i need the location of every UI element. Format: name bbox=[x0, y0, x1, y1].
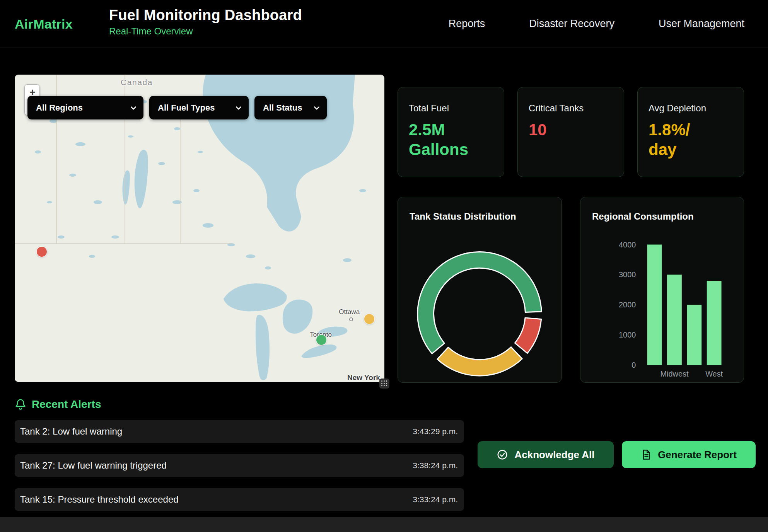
main-nav: Reports Disaster Recovery User Managemen… bbox=[449, 0, 744, 48]
nav-user-management[interactable]: User Management bbox=[659, 18, 744, 30]
regional-consumption-card: Regional Consumption 01000200030004000Mi… bbox=[580, 197, 744, 383]
alerts-title: Recent Alerts bbox=[32, 398, 101, 411]
generate-report-button[interactable]: Generate Report bbox=[622, 441, 756, 468]
map-filter-bar: All Regions All Fuel Types All Status bbox=[27, 96, 327, 119]
svg-text:0: 0 bbox=[631, 361, 636, 369]
fuel-map[interactable]: Canada Ottawa Toronto New York + − All R… bbox=[15, 75, 384, 382]
chart-title: Tank Status Distribution bbox=[410, 211, 516, 222]
nav-disaster-recovery[interactable]: Disaster Recovery bbox=[529, 18, 614, 30]
grid-dots-icon bbox=[381, 380, 387, 387]
acknowledge-all-label: Acknowledge All bbox=[514, 449, 594, 461]
alert-row[interactable]: Tank 2: Low fuel warning 3:43:29 p.m. bbox=[15, 420, 464, 443]
footer-strip bbox=[0, 517, 768, 532]
chevron-down-icon bbox=[130, 104, 137, 112]
stat-value-line: Gallons bbox=[409, 140, 493, 159]
alert-timestamp: 3:43:29 p.m. bbox=[413, 427, 458, 436]
stat-value: 1.8%/ day bbox=[649, 120, 733, 159]
tank-status-card: Tank Status Distribution bbox=[398, 197, 562, 383]
nav-reports[interactable]: Reports bbox=[449, 18, 485, 30]
alert-row[interactable]: Tank 27: Low fuel warning triggered 3:38… bbox=[15, 454, 464, 477]
alert-message: Tank 27: Low fuel warning triggered bbox=[20, 460, 167, 471]
tank-marker-critical[interactable] bbox=[37, 247, 47, 257]
tank-status-donut bbox=[398, 197, 561, 382]
status-filter-dropdown[interactable]: All Status bbox=[254, 96, 327, 119]
charts-row: Tank Status Distribution Regional Consum… bbox=[398, 197, 744, 383]
stat-card-total-fuel: Total Fuel 2.5M Gallons bbox=[398, 87, 504, 177]
acknowledge-all-button[interactable]: Acknowledge All bbox=[478, 441, 614, 468]
stat-value-line: 10 bbox=[529, 120, 613, 140]
actions-row: Acknowledge All Generate Report bbox=[478, 441, 756, 468]
fuel-type-filter-dropdown[interactable]: All Fuel Types bbox=[149, 96, 249, 119]
map-attribution-toggle[interactable] bbox=[379, 379, 389, 389]
chevron-down-icon bbox=[235, 104, 242, 112]
alert-timestamp: 3:33:24 p.m. bbox=[413, 495, 458, 504]
generate-report-label: Generate Report bbox=[658, 449, 737, 461]
stats-row: Total Fuel 2.5M Gallons Critical Tanks 1… bbox=[398, 87, 744, 177]
page-subtitle: Real-Time Overview bbox=[109, 26, 302, 37]
svg-text:3000: 3000 bbox=[619, 270, 636, 279]
map-label-new-york: New York bbox=[347, 373, 380, 382]
svg-text:1000: 1000 bbox=[619, 331, 636, 339]
chevron-down-icon bbox=[313, 104, 321, 112]
map-label-ottawa: Ottawa bbox=[339, 308, 360, 316]
regional-consumption-chart: 01000200030004000MidwestWest bbox=[580, 197, 744, 382]
brand-logo[interactable]: AirMatrix bbox=[15, 16, 73, 31]
svg-text:West: West bbox=[705, 370, 723, 378]
stat-value: 10 bbox=[529, 120, 613, 140]
region-filter-value: All Regions bbox=[36, 103, 83, 113]
alert-timestamp: 3:38:24 p.m. bbox=[413, 461, 458, 470]
chart-title: Regional Consumption bbox=[592, 211, 694, 222]
document-icon bbox=[641, 449, 652, 460]
stat-card-avg-depletion: Avg Depletion 1.8%/ day bbox=[637, 87, 744, 177]
app-header: AirMatrix Fuel Monitoring Dashboard Real… bbox=[0, 0, 768, 48]
stat-value: 2.5M Gallons bbox=[409, 120, 493, 159]
svg-text:2000: 2000 bbox=[619, 300, 636, 309]
alert-message: Tank 2: Low fuel warning bbox=[20, 426, 122, 437]
alert-row[interactable]: Tank 15: Pressure threshold exceeded 3:3… bbox=[15, 488, 464, 511]
stat-value-line: day bbox=[649, 140, 733, 159]
status-filter-value: All Status bbox=[263, 103, 302, 113]
bell-icon bbox=[15, 399, 26, 410]
stat-label: Total Fuel bbox=[409, 103, 493, 114]
tank-marker-warning[interactable] bbox=[364, 314, 374, 324]
title-block: Fuel Monitoring Dashboard Real-Time Over… bbox=[109, 7, 302, 37]
page-title: Fuel Monitoring Dashboard bbox=[109, 7, 302, 24]
stat-label: Avg Depletion bbox=[649, 103, 733, 114]
stat-value-line: 2.5M bbox=[409, 120, 493, 140]
svg-text:4000: 4000 bbox=[619, 240, 636, 249]
region-filter-dropdown[interactable]: All Regions bbox=[27, 96, 143, 119]
map-label-canada: Canada bbox=[121, 78, 153, 87]
svg-text:Midwest: Midwest bbox=[660, 370, 688, 378]
tank-marker-normal[interactable] bbox=[316, 335, 326, 345]
stat-card-critical-tanks: Critical Tanks 10 bbox=[517, 87, 624, 177]
check-circle-icon bbox=[497, 449, 508, 460]
fuel-type-filter-value: All Fuel Types bbox=[158, 103, 215, 113]
alert-message: Tank 15: Pressure threshold exceeded bbox=[20, 494, 179, 505]
stat-label: Critical Tanks bbox=[529, 103, 613, 114]
alerts-header: Recent Alerts bbox=[15, 398, 101, 411]
stat-value-line: 1.8%/ bbox=[649, 120, 733, 140]
